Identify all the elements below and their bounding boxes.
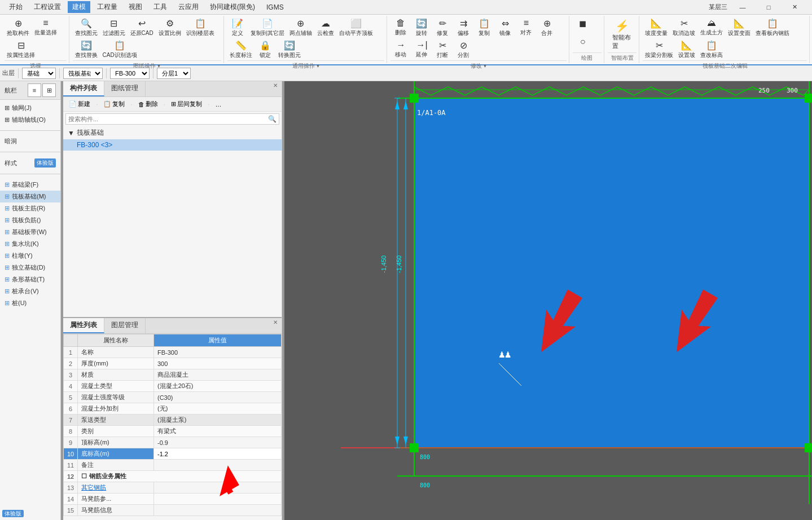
menu-view[interactable]: 视图 — [124, 1, 147, 13]
btn-copy-comp[interactable]: 📋复制 — [100, 99, 128, 109]
sidebar-item-grid[interactable]: ⊞ 轴网(J) — [0, 102, 60, 114]
sidebar-item-raft[interactable]: ⊞ 筏板基础(M) — [0, 191, 60, 202]
maximize-button[interactable]: □ — [756, 0, 782, 15]
minimize-button[interactable]: — — [730, 0, 756, 15]
sidebar-item-strip-found[interactable]: ⊞ 条形基础(T) — [0, 274, 60, 285]
prop-value-10[interactable] — [153, 448, 281, 460]
btn-copy-between-floors[interactable]: ⊞层间复制 — [168, 99, 205, 109]
search-input[interactable] — [68, 116, 268, 122]
ribbon-btn-break[interactable]: ✂打断 — [432, 39, 453, 60]
ribbon-btn-align-mod[interactable]: ≡对齐 — [516, 17, 536, 38]
ribbon-btn-cloud-check[interactable]: ☁云检查 — [315, 17, 336, 38]
ribbon-btn-modify-elev[interactable]: 📋查改标高 — [698, 39, 725, 60]
ribbon-btn-find-element[interactable]: 🔍查找图元 — [73, 17, 100, 38]
sidebar-item-raft-neg-rebar[interactable]: ⊞ 筏板负筋() — [0, 214, 60, 226]
ribbon-btn-set-face[interactable]: 📐设置变面 — [726, 17, 753, 38]
prop-input-10[interactable] — [157, 451, 278, 457]
tree-child-fb300[interactable]: FB-300 <3> — [63, 139, 282, 151]
ribbon-btn-split[interactable]: ⊘分割 — [453, 39, 473, 60]
ribbon-btn-circle[interactable]: ○ — [573, 36, 593, 53]
ribbon-btn-offset[interactable]: ⇉偏移 — [453, 17, 473, 38]
sidebar-item-pile-cap[interactable]: ⊞ 桩承台(V) — [0, 285, 60, 297]
ribbon-btn-rotate[interactable]: 🔄旋转 — [411, 17, 432, 38]
prop-value-8[interactable]: 有梁式 — [153, 426, 281, 437]
menu-engineering[interactable]: 工程量 — [93, 1, 122, 13]
prop-value-15[interactable] — [153, 505, 281, 516]
props-panel-close[interactable]: ✕ — [271, 318, 279, 326]
ribbon-btn-mirror[interactable]: ⇔镜像 — [495, 17, 515, 38]
ribbon-btn-move[interactable]: →移动 — [390, 39, 411, 60]
ribbon-btn-split-by-beam[interactable]: ✂按梁分割板 — [643, 39, 675, 60]
ribbon-btn-auto-align[interactable]: ⬜自动平齐顶板 — [337, 17, 375, 38]
ribbon-btn-attr-select[interactable]: ⊟按属性选择 — [5, 39, 37, 60]
sublayer-select[interactable]: 分层1 — [157, 68, 191, 79]
ribbon-btn-restore-cad[interactable]: ↩还原CAD — [128, 17, 156, 38]
grid-view-btn[interactable]: ⊞ — [42, 83, 56, 97]
btn-delete-comp[interactable]: 🗑删除 — [135, 99, 161, 109]
menu-collab[interactable]: 协同建模(限免) — [205, 1, 260, 13]
ribbon-btn-set-slope2[interactable]: 📐设置坡 — [676, 39, 697, 60]
ribbon-btn-gen-earth[interactable]: ⛰生成土方 — [698, 17, 725, 38]
sidebar-item-foundation-beam[interactable]: ⊞ 基础梁(F) — [0, 179, 60, 191]
btn-more[interactable]: … — [212, 100, 225, 109]
cad-canvas[interactable]: -1,450 -1,450 -0.900 1/A1-0A 250 300 300… — [284, 81, 812, 520]
sidebar-item-column-cap[interactable]: ⊞ 柱墩(Y) — [0, 250, 60, 262]
comp-panel-close[interactable]: ✕ — [271, 81, 279, 89]
prop-value-6[interactable]: (无) — [153, 403, 281, 415]
ribbon-btn-grab[interactable]: ⊕抢取构件 — [5, 17, 32, 38]
ribbon-btn-rect[interactable]: ◼ — [573, 17, 593, 35]
prop-value-1[interactable]: FB-300 — [153, 347, 281, 358]
sidebar-item-style[interactable]: 样式 体验版 — [0, 157, 60, 169]
sidebar-item-pile[interactable]: ⊞ 桩(U) — [0, 297, 60, 309]
prop-value-7[interactable]: (混凝土泵) — [153, 415, 281, 426]
btn-new[interactable]: 📄新建 — [65, 99, 94, 109]
ribbon-btn-convert[interactable]: 🔄转换图元 — [276, 39, 303, 60]
prop-value-9[interactable]: -0.9 — [153, 437, 281, 448]
menu-igms[interactable]: IGMS — [262, 2, 288, 12]
menu-start[interactable]: 开始 — [5, 1, 27, 13]
prop-value-14[interactable] — [153, 493, 281, 505]
prop-value-3[interactable]: 商品混凝土 — [153, 369, 281, 381]
sidebar-item-aux-axis[interactable]: ⊞ 辅助轴线(O) — [0, 114, 60, 126]
ribbon-btn-batch-select[interactable]: ≡批量选择 — [32, 17, 59, 38]
ribbon-btn-cancel-slope[interactable]: ✂取消边坡 — [670, 17, 697, 38]
prop-value-11[interactable] — [153, 460, 281, 471]
ribbon-btn-merge[interactable]: ⊕合并 — [537, 17, 557, 38]
ribbon-btn-extend[interactable]: →|延伸 — [411, 39, 432, 60]
checkbox-rebar[interactable]: ☐ — [81, 473, 87, 479]
ribbon-btn-copy-layer[interactable]: 📄复制到其它层 — [248, 17, 287, 38]
ribbon-btn-define[interactable]: 📝定义 — [227, 17, 248, 38]
spec-select[interactable]: FB-300 — [110, 68, 150, 79]
ribbon-btn-view-rebar[interactable]: 📋查看板内钢筋 — [753, 17, 792, 38]
ribbon-btn-smart-layout[interactable]: ⚡ 智能布置 — [608, 17, 637, 52]
ribbon-btn-find-replace[interactable]: 🔄查找替换 — [73, 39, 100, 60]
prop-value-2[interactable]: 300 — [153, 358, 281, 369]
menu-build[interactable]: 建模 — [68, 1, 90, 13]
menu-tools[interactable]: 工具 — [149, 1, 172, 13]
prop-name-13[interactable]: 其它钢筋 — [78, 482, 154, 493]
ribbon-btn-slope[interactable]: 📐坡度变量 — [643, 17, 670, 38]
ribbon-btn-identify-floor[interactable]: 📋识别楼层表 — [184, 17, 217, 38]
prop-value-13[interactable] — [153, 482, 281, 493]
tree-node-raft[interactable]: ▼ 筏板基础 — [63, 126, 282, 139]
sidebar-item-independent-found[interactable]: ⊞ 独立基础(D) — [0, 262, 60, 274]
prop-value-5[interactable]: (C30) — [153, 392, 281, 403]
close-button[interactable]: ✕ — [782, 0, 807, 15]
sidebar-item-hole[interactable]: 暗洞 — [0, 135, 60, 147]
ribbon-btn-two-point-axis[interactable]: ⊕两点辅轴 — [287, 17, 314, 38]
ribbon-btn-filter[interactable]: ⊟过滤图元 — [100, 17, 128, 38]
ribbon-btn-length-mark[interactable]: 📏长度标注 — [227, 39, 254, 60]
ribbon-btn-delete[interactable]: 🗑删除 — [390, 17, 411, 38]
tab-attributes[interactable]: 属性列表 — [63, 318, 104, 333]
ribbon-btn-cad-select[interactable]: 📋CAD识别选项 — [100, 39, 139, 60]
tab-layer-management[interactable]: 图层管理 — [104, 318, 146, 333]
ribbon-btn-copy[interactable]: 📋复制 — [474, 17, 494, 38]
tab-component-list[interactable]: 构件列表 — [63, 81, 104, 96]
prop-value-4[interactable]: (混凝土20石) — [153, 381, 281, 392]
sidebar-item-foundation-belt[interactable]: ⊞ 基础板带(W) — [0, 226, 60, 238]
sidebar-item-raft-main-rebar[interactable]: ⊞ 筏板主筋(R) — [0, 202, 60, 214]
tab-drawing-management[interactable]: 图纸管理 — [104, 81, 146, 96]
ribbon-btn-lock[interactable]: 🔒锁定 — [255, 39, 275, 60]
sidebar-item-sump[interactable]: ⊞ 集水坑(K) — [0, 238, 60, 250]
component-select[interactable]: 筏板基础 — [63, 68, 103, 79]
